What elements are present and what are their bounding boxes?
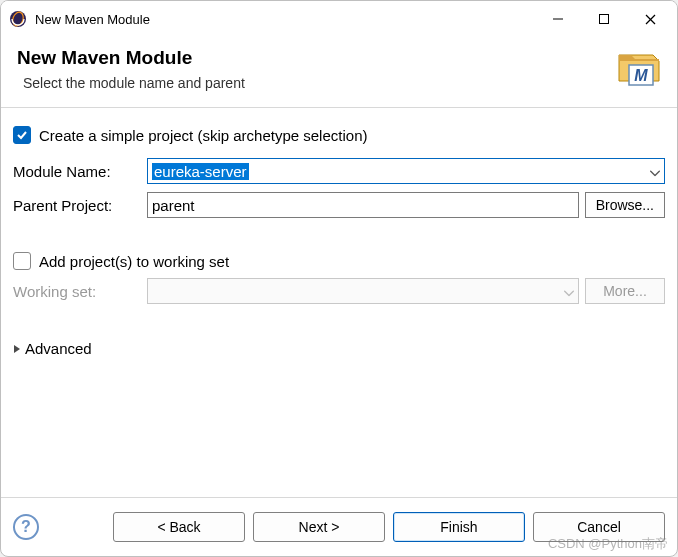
next-button[interactable]: Next > — [253, 512, 385, 542]
close-icon — [645, 14, 656, 25]
working-set-add-row: Add project(s) to working set — [13, 252, 665, 270]
titlebar: New Maven Module — [1, 1, 677, 37]
finish-button[interactable]: Finish — [393, 512, 525, 542]
wizard-content: Create a simple project (skip archetype … — [1, 108, 677, 497]
maximize-icon — [599, 14, 609, 24]
svg-rect-3 — [600, 15, 609, 24]
eclipse-icon — [9, 10, 27, 28]
svg-text:M: M — [634, 67, 648, 84]
help-icon: ? — [21, 518, 31, 536]
page-subtitle: Select the module name and parent — [23, 75, 661, 91]
working-set-label: Working set: — [13, 283, 141, 300]
page-title: New Maven Module — [17, 47, 661, 69]
wizard-footer: ? < Back Next > Finish Cancel — [1, 497, 677, 556]
checkmark-icon — [16, 129, 28, 141]
wizard-header: New Maven Module Select the module name … — [1, 37, 677, 108]
chevron-down-icon — [650, 163, 660, 180]
back-button[interactable]: < Back — [113, 512, 245, 542]
close-button[interactable] — [627, 3, 673, 35]
parent-project-label: Parent Project: — [13, 197, 141, 214]
module-name-combo[interactable]: eureka-server — [147, 158, 665, 184]
maven-wizard-icon: M — [615, 45, 663, 93]
parent-project-input[interactable] — [147, 192, 579, 218]
chevron-down-icon — [564, 283, 574, 300]
help-button[interactable]: ? — [13, 514, 39, 540]
minimize-icon — [553, 14, 563, 24]
advanced-label: Advanced — [25, 340, 92, 357]
module-name-label: Module Name: — [13, 163, 141, 180]
working-set-combo — [147, 278, 579, 304]
working-set-row: Working set: More... — [13, 278, 665, 304]
window-controls — [535, 3, 673, 35]
dialog-window: New Maven Module New Maven Module Select… — [0, 0, 678, 557]
simple-project-checkbox[interactable] — [13, 126, 31, 144]
browse-button[interactable]: Browse... — [585, 192, 665, 218]
more-button: More... — [585, 278, 665, 304]
add-to-working-set-label[interactable]: Add project(s) to working set — [39, 253, 229, 270]
simple-project-row: Create a simple project (skip archetype … — [13, 126, 665, 144]
module-name-row: Module Name: eureka-server — [13, 158, 665, 184]
cancel-button[interactable]: Cancel — [533, 512, 665, 542]
triangle-right-icon — [13, 340, 21, 357]
parent-project-row: Parent Project: Browse... — [13, 192, 665, 218]
minimize-button[interactable] — [535, 3, 581, 35]
maximize-button[interactable] — [581, 3, 627, 35]
simple-project-label[interactable]: Create a simple project (skip archetype … — [39, 127, 367, 144]
add-to-working-set-checkbox[interactable] — [13, 252, 31, 270]
advanced-expander[interactable]: Advanced — [13, 338, 665, 359]
window-title: New Maven Module — [35, 12, 535, 27]
module-name-value: eureka-server — [152, 163, 249, 180]
